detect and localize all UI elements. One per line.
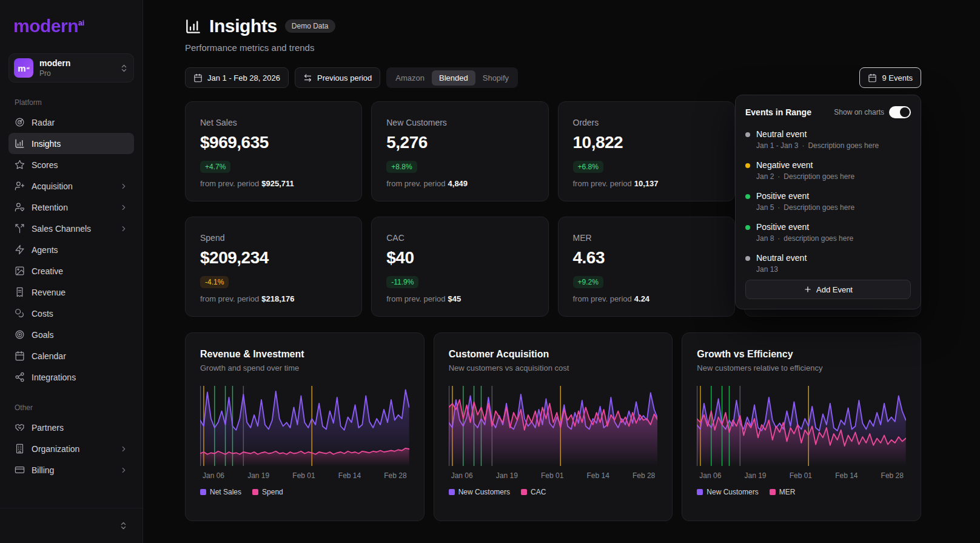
- legend-swatch: [200, 489, 206, 495]
- star-icon: [15, 160, 25, 170]
- sidebar-item-organization[interactable]: Organization: [8, 438, 134, 459]
- plus-icon: [804, 285, 812, 294]
- building-icon: [15, 444, 25, 454]
- sidebar-item-acquisition[interactable]: Acquisition: [8, 175, 134, 197]
- user-plus-icon: [15, 181, 25, 191]
- chart-title: Customer Acquisition: [449, 349, 658, 360]
- date-range-button[interactable]: Jan 1 - Feb 28, 2026: [185, 67, 289, 88]
- segment-blended[interactable]: Blended: [432, 70, 475, 86]
- event-dot-positive: [745, 225, 750, 230]
- event-item[interactable]: Negative event Jan 2·Description goes he…: [745, 160, 911, 181]
- sidebar-item-insights[interactable]: Insights: [8, 133, 134, 154]
- legend-swatch: [697, 489, 703, 495]
- add-event-button[interactable]: Add Event: [745, 280, 911, 299]
- receipt-icon: [15, 287, 25, 297]
- event-dot-neutral: [745, 256, 750, 261]
- kpi-footer-label: from prev. period: [200, 294, 259, 303]
- sidebar-collapse-button[interactable]: [115, 518, 132, 534]
- sidebar-item-revenue[interactable]: Revenue: [8, 282, 134, 303]
- kpi-label: New Customers: [386, 118, 533, 127]
- chart-legend: New Customers MER: [697, 488, 906, 496]
- split-icon: [15, 223, 25, 234]
- kpi-card-spend: Spend $209,234 -4.1% from prev. period$2…: [185, 217, 362, 317]
- kpi-prev-value: 4,849: [448, 179, 468, 188]
- legend-label: Net Sales: [210, 488, 241, 496]
- kpi-label: Net Sales: [200, 118, 347, 127]
- kpi-value: $209,234: [200, 248, 347, 268]
- swap-arrows-icon: [303, 73, 312, 83]
- brand-logo: modernai: [8, 15, 89, 36]
- sidebar-item-sales-channels[interactable]: Sales Channels: [8, 218, 134, 239]
- sidebar-item-costs[interactable]: Costs: [8, 303, 134, 324]
- x-axis-ticks: Jan 06Jan 19Feb 01Feb 14Feb 28: [200, 471, 409, 480]
- events-button[interactable]: 9 Events: [859, 67, 921, 88]
- chevron-right-icon: [119, 466, 128, 474]
- legend-label: New Customers: [706, 488, 758, 496]
- event-item[interactable]: Neutral event Jan 1 - Jan 3·Description …: [745, 129, 911, 150]
- line-chart: [449, 386, 658, 466]
- sidebar-item-calendar[interactable]: Calendar: [8, 345, 134, 366]
- legend-swatch: [521, 489, 527, 495]
- toolbar: Jan 1 - Feb 28, 2026 Previous period Ama…: [185, 67, 921, 88]
- chevrons-up-down-icon: [119, 521, 128, 530]
- sidebar: modernai mai modern Pro Platform Radar I…: [0, 0, 143, 543]
- workspace-switcher[interactable]: mai modern Pro: [8, 53, 134, 83]
- chart-title: Growth vs Efficiency: [697, 349, 906, 360]
- kpi-prev-value: $925,711: [261, 179, 294, 188]
- legend-swatch: [770, 489, 776, 495]
- kpi-card-mer: MER 4.63 +9.2% from prev. period4.24: [558, 217, 735, 317]
- kpi-value: $40: [386, 248, 533, 268]
- sidebar-item-creative[interactable]: Creative: [8, 260, 134, 282]
- chart-card-customer-acquisition: Customer Acquisition New customers vs ac…: [434, 332, 673, 521]
- calendar-icon: [193, 73, 203, 83]
- target-icon: [15, 329, 25, 340]
- sidebar-item-agents[interactable]: Agents: [8, 239, 134, 260]
- share-nodes-icon: [15, 372, 25, 382]
- sidebar-item-integrations[interactable]: Integrations: [8, 366, 134, 388]
- bar-chart-icon: [185, 18, 201, 35]
- segment-amazon[interactable]: Amazon: [388, 70, 432, 86]
- sidebar-item-retention[interactable]: Retention: [8, 197, 134, 218]
- events-popover: Events in Range Show on charts Neutral e…: [735, 95, 921, 309]
- kpi-value: 10,822: [573, 133, 720, 152]
- event-item[interactable]: Neutral event Jan 13: [745, 253, 911, 274]
- line-chart: [200, 386, 409, 466]
- kpi-change-badge: -4.1%: [200, 276, 229, 288]
- segment-shopify[interactable]: Shopify: [475, 70, 516, 86]
- kpi-card-orders: Orders 10,822 +6.8% from prev. period10,…: [558, 101, 735, 201]
- show-on-charts-toggle[interactable]: [889, 106, 911, 118]
- popover-title: Events in Range: [745, 107, 811, 117]
- kpi-prev-value: $45: [448, 294, 461, 303]
- kpi-card-new-customers: New Customers 5,276 +8.8% from prev. per…: [371, 101, 548, 201]
- x-axis-ticks: Jan 06Jan 19Feb 01Feb 14Feb 28: [697, 471, 906, 480]
- chevron-right-icon: [119, 224, 128, 233]
- kpi-card-net-sales: Net Sales $969,635 +4.7% from prev. peri…: [185, 101, 362, 201]
- radar-icon: [15, 117, 25, 127]
- legend-label: CAC: [531, 488, 546, 496]
- calendar-icon: [868, 73, 877, 83]
- previous-period-button[interactable]: Previous period: [295, 67, 380, 88]
- chart-card-growth-efficiency: Growth vs Efficiency New customers relat…: [682, 332, 921, 521]
- credit-card-icon: [15, 465, 25, 475]
- chevrons-up-down-icon: [119, 64, 129, 73]
- charts-grid: Revenue & Investment Growth and spend ov…: [185, 332, 921, 521]
- bar-chart-icon: [15, 138, 25, 149]
- kpi-prev-value: 4.24: [634, 294, 649, 303]
- legend-swatch: [449, 489, 455, 495]
- kpi-change-badge: -11.9%: [386, 276, 418, 288]
- sidebar-item-billing[interactable]: Billing: [8, 459, 134, 481]
- kpi-footer-label: from prev. period: [200, 179, 259, 188]
- kpi-footer-label: from prev. period: [573, 179, 632, 188]
- chart-card-revenue-investment: Revenue & Investment Growth and spend ov…: [185, 332, 425, 521]
- event-dot-neutral: [745, 132, 750, 137]
- sidebar-item-scores[interactable]: Scores: [8, 154, 134, 175]
- kpi-label: Spend: [200, 233, 347, 243]
- event-item[interactable]: Positive event Jan 8·description goes he…: [745, 222, 911, 243]
- sidebar-item-partners[interactable]: Partners: [8, 417, 134, 438]
- sidebar-item-radar[interactable]: Radar: [8, 112, 134, 133]
- sidebar-item-goals[interactable]: Goals: [8, 324, 134, 345]
- zap-icon: [15, 245, 25, 255]
- event-item[interactable]: Positive event Jan 5·Description goes he…: [745, 191, 911, 212]
- chart-title: Revenue & Investment: [200, 349, 409, 360]
- show-on-charts-label: Show on charts: [834, 108, 884, 116]
